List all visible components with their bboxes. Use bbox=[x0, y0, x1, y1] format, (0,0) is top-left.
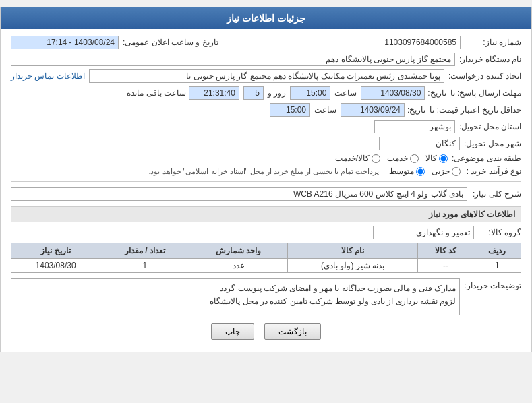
bottom-buttons: بازگشت چاپ bbox=[11, 323, 521, 340]
gorohe-kala-value: تعمیر و نگهداری bbox=[373, 226, 474, 239]
shahr-label: شهر محل تحویل: bbox=[460, 139, 521, 148]
mohlat-ersal-label: مهلت ارسال پاسخ: تا bbox=[446, 88, 521, 98]
towzih-label: توضیحات خریدار: bbox=[460, 278, 521, 290]
noe-option-jozi[interactable]: جزیی bbox=[432, 166, 461, 176]
col-kod-kala: کد کالا bbox=[418, 243, 473, 259]
page-header: جزئیات اطلاعات نیاز bbox=[1, 7, 531, 29]
col-nam-kala: نام کالا bbox=[287, 243, 418, 259]
ijad-konande-row: ایجاد کننده درخواست: پویا جمشیدی رئیس تع… bbox=[11, 69, 521, 83]
jadaval-tarikh-value: 1403/09/24 bbox=[341, 103, 405, 117]
nam-dastgah-row: نام دستگاه خریدار: مجتمع گاز پارس جنوبی … bbox=[11, 53, 521, 66]
tabaqe-option-kala-khedmat[interactable]: کالا/خدمت bbox=[335, 154, 380, 163]
nam-dastgah-value: مجتمع گاز پارس جنوبی پالایشگاه دهم bbox=[11, 53, 455, 66]
saat-value: 15:00 bbox=[290, 86, 330, 100]
mohlat-ersal-row: مهلت ارسال پاسخ: تا تاریخ: 1403/08/30 سا… bbox=[11, 86, 521, 100]
tarikh-iran-label: تاریخ و ساعت اعلان عمومی: bbox=[123, 38, 218, 47]
table-row: 1--بدنه شیر (ولو بادی)عدد11403/08/30 bbox=[11, 259, 521, 273]
ostan-value: بوشهر bbox=[374, 120, 455, 133]
col-vahed: واحد شمارش bbox=[189, 243, 287, 259]
noe-note: پرداخت تمام یا بخشی از مبلغ خرید از محل … bbox=[148, 167, 379, 176]
noe-option-motavasset[interactable]: متوسط bbox=[389, 166, 425, 176]
ostan-label: استان محل تحویل: bbox=[455, 122, 521, 131]
ijad-konande-label: ایجاد کننده درخواست: bbox=[444, 71, 521, 81]
roz-label: روز و bbox=[268, 88, 286, 98]
btn-chap[interactable]: چاپ bbox=[211, 323, 254, 340]
shahr-row: شهر محل تحویل: کنگان bbox=[11, 137, 521, 150]
towzih-row: توضیحات خریدار: مدارک فنی و مالی بصورت ج… bbox=[11, 278, 521, 315]
etelaat-kala-title: اطلاعات کالاهای مورد نیاز bbox=[11, 206, 521, 222]
sharh-koli-row: شرح کلی نیاز: بادی گلاب ولو 4 اینچ کلاس … bbox=[11, 187, 521, 201]
etelaat-tamas-link[interactable]: اطلاعات تماس خریدار bbox=[11, 71, 85, 81]
tabaqe-radio-group: کالا خدمت کالا/خدمت bbox=[335, 154, 448, 163]
jadaval-tarikh-sub-label: تاریخ: bbox=[407, 105, 425, 115]
gorohe-kala-row: گروه کالا: تعمیر و نگهداری bbox=[11, 226, 521, 239]
col-radif: ردیف bbox=[473, 243, 521, 259]
tabaqe-label: طبقه بندی موضوعی: bbox=[448, 154, 521, 163]
shomara-niaz-row: شماره نیاز: 1103097684000585 تاریخ و ساع… bbox=[11, 36, 521, 49]
noe-farayand-row: نوع فرآیند خرید : جزیی متوسط پرداخت تمام… bbox=[11, 166, 521, 176]
nam-dastgah-label: نام دستگاه خریدار: bbox=[455, 55, 521, 64]
tabaqe-option-kala[interactable]: کالا bbox=[425, 154, 448, 163]
col-tarikh-niaz: تاریخ نیاز bbox=[11, 243, 100, 259]
ijad-konande-value: پویا جمشیدی رئیس تعمیرات مکانیک پالایشگا… bbox=[89, 69, 444, 83]
ostan-row: استان محل تحویل: بوشهر bbox=[11, 120, 521, 133]
tarikh-value: 1403/08/30 bbox=[361, 86, 425, 100]
shomara-niaz-value: 1103097684000585 bbox=[326, 36, 461, 49]
baqi-mande-label: ساعت باقی مانده bbox=[127, 88, 186, 98]
tabaqe-option-khedmat[interactable]: خدمت bbox=[387, 154, 419, 163]
jadaval-label: جداقل تاریخ اعتبار قیمت: تا bbox=[425, 105, 521, 115]
tarikh-iran-value: 1403/08/24 - 17:14 bbox=[11, 36, 119, 49]
tabaqe-row: طبقه بندی موضوعی: کالا خدمت کالا/خدمت bbox=[11, 154, 521, 163]
towzih-line1: مدارک فنی و مالی بصورت جداگانه با مهر و … bbox=[15, 282, 456, 295]
col-tedad: تعداد / مقدار bbox=[100, 243, 189, 259]
jadaval-saat-value: 15:00 bbox=[270, 103, 310, 117]
shahr-value: کنگان bbox=[379, 137, 460, 150]
baqi-mande-value: 21:31:40 bbox=[189, 86, 239, 100]
jadaval-row: جداقل تاریخ اعتبار قیمت: تا تاریخ: 1403/… bbox=[11, 103, 521, 117]
btn-bazgasht[interactable]: بازگشت bbox=[264, 323, 321, 340]
gorohe-kala-label: گروه کالا: bbox=[474, 228, 521, 237]
shomara-niaz-label: شماره نیاز: bbox=[461, 38, 521, 47]
sharh-koli-value: بادی گلاب ولو 4 اینچ کلاس 600 متریال WCB… bbox=[11, 187, 467, 201]
towzih-content: مدارک فنی و مالی بصورت جداگانه با مهر و … bbox=[11, 278, 460, 315]
goods-table: ردیف کد کالا نام کالا واحد شمارش تعداد /… bbox=[11, 243, 521, 273]
sharh-koli-label: شرح کلی نیاز: bbox=[467, 189, 521, 199]
tarikh-sub-label: تاریخ: bbox=[427, 88, 446, 98]
saat-label: ساعت bbox=[334, 88, 357, 98]
noe-farayand-label: نوع فرآیند خرید : bbox=[461, 166, 521, 176]
roz-value: 5 bbox=[243, 86, 264, 100]
noe-radio-group: جزیی متوسط bbox=[389, 166, 461, 176]
page-title: جزئیات اطلاعات نیاز bbox=[227, 13, 305, 24]
towzih-line2: لزوم نقشه برداری از بادی ولو توسط شرکت ت… bbox=[15, 295, 456, 308]
jadaval-saat-label: ساعت bbox=[314, 105, 336, 115]
